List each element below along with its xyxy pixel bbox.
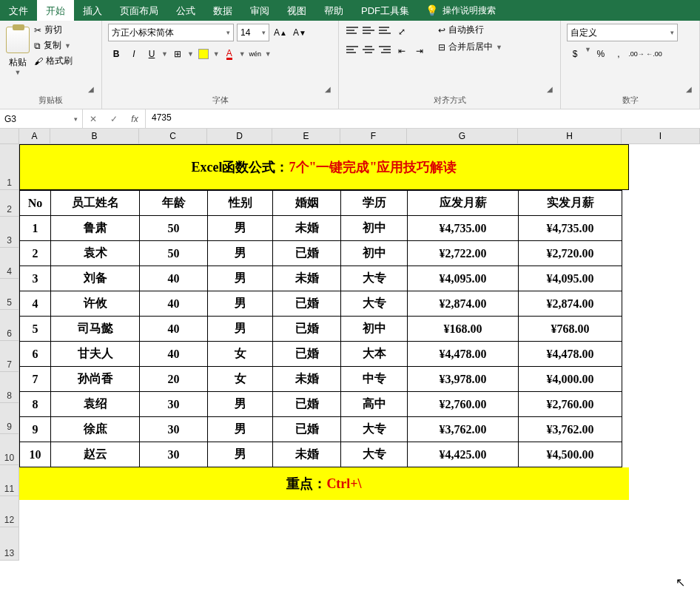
align-left-button[interactable] — [345, 43, 360, 56]
row-header[interactable]: 12 — [0, 496, 19, 527]
table-cell[interactable]: 袁绍 — [51, 392, 140, 417]
font-name-select[interactable]: 方正小标宋简体▾ — [108, 24, 234, 41]
menu-insert[interactable]: 插入 — [74, 0, 111, 21]
row-header[interactable]: 3 — [0, 217, 19, 248]
table-cell[interactable]: 未婚 — [273, 367, 341, 392]
phonetic-guide-button[interactable]: wén — [247, 46, 263, 62]
dialog-launcher-icon[interactable]: ◢ — [567, 85, 693, 93]
table-cell[interactable]: ¥2,760.00 — [519, 392, 622, 417]
table-cell[interactable]: 已婚 — [273, 241, 341, 266]
dialog-launcher-icon[interactable]: ◢ — [108, 85, 332, 93]
table-cell[interactable]: 女 — [208, 342, 273, 367]
formula-input[interactable]: 4735 — [146, 109, 700, 128]
table-header-cell[interactable]: 年龄 — [140, 191, 208, 216]
table-cell[interactable]: ¥168.00 — [408, 317, 519, 342]
table-cell[interactable]: ¥3,978.00 — [408, 367, 519, 392]
row-header[interactable]: 6 — [0, 310, 19, 341]
row-header[interactable]: 10 — [0, 434, 19, 465]
table-cell[interactable]: 初中 — [341, 216, 408, 241]
table-cell[interactable]: 大专 — [341, 442, 408, 467]
table-cell[interactable]: ¥2,874.00 — [519, 291, 622, 317]
table-cell[interactable]: 3 — [20, 266, 51, 291]
table-cell[interactable]: 30 — [140, 417, 208, 442]
copy-button[interactable]: ⧉复制▼ — [34, 39, 73, 52]
table-cell[interactable]: ¥4,425.00 — [408, 442, 519, 467]
table-cell[interactable]: 40 — [140, 266, 208, 291]
table-header-cell[interactable]: 学历 — [341, 191, 408, 216]
table-cell[interactable]: 大专 — [341, 291, 408, 317]
table-cell[interactable]: 中专 — [341, 367, 408, 392]
table-cell[interactable]: 袁术 — [51, 241, 140, 266]
table-cell[interactable]: 已婚 — [273, 291, 341, 317]
align-top-button[interactable] — [345, 24, 360, 37]
col-header[interactable]: A — [19, 129, 50, 144]
table-cell[interactable]: 未婚 — [273, 216, 341, 241]
table-cell[interactable]: 未婚 — [273, 442, 341, 467]
table-cell[interactable]: 已婚 — [273, 342, 341, 367]
row-header[interactable]: 1 — [0, 144, 19, 190]
increase-decimal-button[interactable]: .00→ — [628, 46, 645, 62]
table-cell[interactable]: 男 — [208, 266, 273, 291]
table-cell[interactable]: 40 — [140, 291, 208, 317]
table-cell[interactable]: 男 — [208, 291, 273, 317]
menu-pdf-tools[interactable]: PDF工具集 — [352, 0, 418, 21]
table-cell[interactable]: 已婚 — [273, 317, 341, 342]
bold-button[interactable]: B — [108, 46, 124, 62]
increase-font-button[interactable]: A▲ — [272, 24, 289, 41]
font-color-button[interactable]: A — [221, 46, 238, 62]
align-bottom-button[interactable] — [377, 24, 392, 37]
row-header[interactable]: 2 — [0, 190, 19, 217]
wrap-text-button[interactable]: ↩自动换行 — [438, 24, 502, 36]
increase-indent-button[interactable]: ⇥ — [411, 43, 428, 59]
menu-data[interactable]: 数据 — [204, 0, 241, 21]
fill-color-button[interactable] — [195, 46, 212, 62]
table-cell[interactable]: 50 — [140, 241, 208, 266]
table-cell[interactable]: ¥3,762.00 — [519, 417, 622, 442]
table-header-cell[interactable]: 实发月薪 — [519, 191, 622, 216]
tell-me-search[interactable]: 💡 操作说明搜索 — [425, 0, 496, 21]
table-header-cell[interactable]: 婚姻 — [273, 191, 341, 216]
menu-review[interactable]: 审阅 — [241, 0, 278, 21]
number-format-select[interactable]: 自定义▾ — [567, 24, 678, 41]
select-all-corner[interactable] — [0, 129, 19, 144]
align-right-button[interactable] — [377, 43, 392, 56]
table-cell[interactable]: 甘夫人 — [51, 342, 140, 367]
table-cell[interactable]: ¥4,095.00 — [519, 266, 622, 291]
table-cell[interactable]: 大专 — [341, 417, 408, 442]
borders-button[interactable]: ⊞ — [169, 46, 186, 62]
row-header[interactable]: 9 — [0, 403, 19, 434]
table-cell[interactable]: 男 — [208, 442, 273, 467]
row-header[interactable]: 8 — [0, 372, 19, 403]
row-header[interactable]: 11 — [0, 465, 19, 496]
table-header-cell[interactable]: No — [20, 191, 51, 216]
row-header[interactable]: 4 — [0, 248, 19, 279]
row-header[interactable]: 13 — [0, 527, 19, 561]
table-cell[interactable]: 孙尚香 — [51, 367, 140, 392]
table-cell[interactable]: 30 — [140, 392, 208, 417]
table-cell[interactable]: ¥2,874.00 — [408, 291, 519, 317]
menu-view[interactable]: 视图 — [278, 0, 315, 21]
comma-format-button[interactable]: , — [610, 46, 627, 62]
confirm-edit-button[interactable]: ✓ — [104, 114, 124, 124]
table-cell[interactable]: ¥2,760.00 — [408, 392, 519, 417]
row-header[interactable]: 5 — [0, 279, 19, 310]
table-cell[interactable]: 7 — [20, 367, 51, 392]
table-cell[interactable]: 女 — [208, 367, 273, 392]
table-cell[interactable]: ¥2,720.00 — [519, 241, 622, 266]
name-box[interactable]: G3▾ — [0, 109, 83, 128]
table-cell[interactable]: 男 — [208, 392, 273, 417]
table-cell[interactable]: 鲁肃 — [51, 216, 140, 241]
decrease-font-button[interactable]: A▼ — [292, 24, 308, 41]
merge-center-button[interactable]: ⊟合并后居中▼ — [438, 41, 502, 53]
table-cell[interactable]: 4 — [20, 291, 51, 317]
table-cell[interactable]: 8 — [20, 392, 51, 417]
table-cell[interactable]: ¥4,000.00 — [519, 367, 622, 392]
table-cell[interactable]: 大本 — [341, 342, 408, 367]
table-cell[interactable]: ¥4,500.00 — [519, 442, 622, 467]
table-cell[interactable]: 高中 — [341, 392, 408, 417]
row-header[interactable]: 7 — [0, 341, 19, 372]
table-header-cell[interactable]: 性别 — [208, 191, 273, 216]
table-cell[interactable]: 男 — [208, 216, 273, 241]
table-header-cell[interactable]: 应发月薪 — [408, 191, 519, 216]
menu-formulas[interactable]: 公式 — [167, 0, 204, 21]
